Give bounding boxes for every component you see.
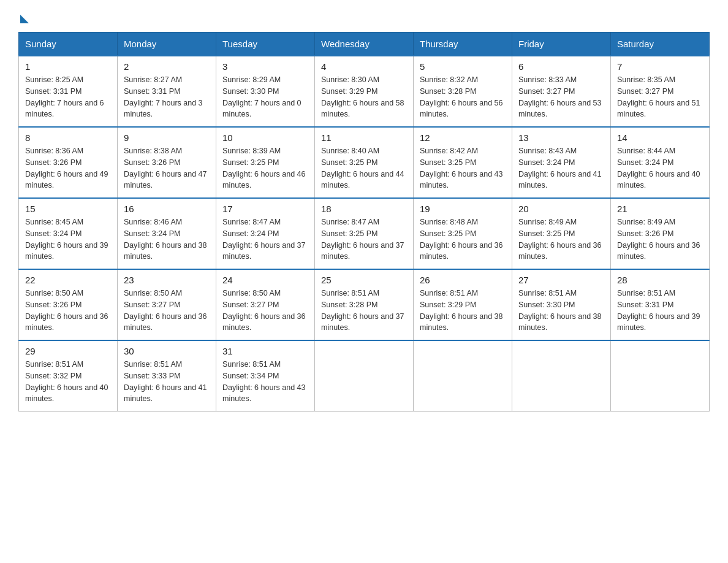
calendar-day-cell: 20 Sunrise: 8:49 AM Sunset: 3:25 PM Dayl… <box>512 198 611 269</box>
calendar-day-header: Tuesday <box>216 33 315 56</box>
calendar-day-cell: 13 Sunrise: 8:43 AM Sunset: 3:24 PM Dayl… <box>512 127 611 198</box>
calendar-day-cell: 15 Sunrise: 8:45 AM Sunset: 3:24 PM Dayl… <box>19 198 118 269</box>
calendar-week-row: 8 Sunrise: 8:36 AM Sunset: 3:26 PM Dayli… <box>19 127 710 198</box>
calendar-week-row: 15 Sunrise: 8:45 AM Sunset: 3:24 PM Dayl… <box>19 198 710 269</box>
day-number: 30 <box>124 346 210 356</box>
day-number: 16 <box>124 204 210 214</box>
day-info: Sunrise: 8:32 AM Sunset: 3:28 PM Dayligh… <box>420 74 506 120</box>
calendar-header-row: SundayMondayTuesdayWednesdayThursdayFrid… <box>19 33 710 56</box>
calendar-day-cell: 9 Sunrise: 8:38 AM Sunset: 3:26 PM Dayli… <box>118 127 216 198</box>
calendar-week-row: 22 Sunrise: 8:50 AM Sunset: 3:26 PM Dayl… <box>19 269 710 340</box>
day-number: 5 <box>420 61 506 72</box>
calendar-day-cell: 12 Sunrise: 8:42 AM Sunset: 3:25 PM Dayl… <box>414 127 512 198</box>
day-info: Sunrise: 8:51 AM Sunset: 3:29 PM Dayligh… <box>420 288 506 334</box>
calendar-day-cell: 26 Sunrise: 8:51 AM Sunset: 3:29 PM Dayl… <box>414 269 512 340</box>
calendar-table: SundayMondayTuesdayWednesdayThursdayFrid… <box>18 32 710 412</box>
day-info: Sunrise: 8:51 AM Sunset: 3:30 PM Dayligh… <box>518 288 604 334</box>
day-number: 7 <box>617 61 703 72</box>
day-info: Sunrise: 8:27 AM Sunset: 3:31 PM Dayligh… <box>124 74 210 120</box>
calendar-day-cell: 27 Sunrise: 8:51 AM Sunset: 3:30 PM Dayl… <box>512 269 611 340</box>
calendar-day-header: Friday <box>512 33 611 56</box>
day-number: 31 <box>222 346 308 356</box>
day-info: Sunrise: 8:35 AM Sunset: 3:27 PM Dayligh… <box>617 74 703 120</box>
calendar-day-cell: 19 Sunrise: 8:48 AM Sunset: 3:25 PM Dayl… <box>414 198 512 269</box>
calendar-day-cell: 4 Sunrise: 8:30 AM Sunset: 3:29 PM Dayli… <box>315 56 414 127</box>
day-info: Sunrise: 8:30 AM Sunset: 3:29 PM Dayligh… <box>321 74 407 120</box>
day-number: 10 <box>222 132 308 143</box>
day-info: Sunrise: 8:48 AM Sunset: 3:25 PM Dayligh… <box>420 216 506 262</box>
day-number: 21 <box>617 204 703 214</box>
day-info: Sunrise: 8:38 AM Sunset: 3:26 PM Dayligh… <box>124 145 210 191</box>
calendar-day-cell <box>611 340 710 412</box>
day-info: Sunrise: 8:51 AM Sunset: 3:32 PM Dayligh… <box>25 359 111 405</box>
calendar-day-cell: 31 Sunrise: 8:51 AM Sunset: 3:34 PM Dayl… <box>216 340 315 412</box>
day-info: Sunrise: 8:51 AM Sunset: 3:34 PM Dayligh… <box>222 359 308 405</box>
day-info: Sunrise: 8:25 AM Sunset: 3:31 PM Dayligh… <box>25 74 111 120</box>
day-number: 25 <box>321 275 407 285</box>
logo-arrow-icon <box>20 15 29 23</box>
day-info: Sunrise: 8:51 AM Sunset: 3:28 PM Dayligh… <box>321 288 407 334</box>
day-info: Sunrise: 8:46 AM Sunset: 3:24 PM Dayligh… <box>124 216 210 262</box>
day-info: Sunrise: 8:50 AM Sunset: 3:27 PM Dayligh… <box>222 288 308 334</box>
calendar-day-cell: 17 Sunrise: 8:47 AM Sunset: 3:24 PM Dayl… <box>216 198 315 269</box>
calendar-day-cell: 30 Sunrise: 8:51 AM Sunset: 3:33 PM Dayl… <box>118 340 216 412</box>
calendar-day-cell: 6 Sunrise: 8:33 AM Sunset: 3:27 PM Dayli… <box>512 56 611 127</box>
calendar-day-header: Saturday <box>611 33 710 56</box>
day-number: 18 <box>321 204 407 214</box>
calendar-day-cell <box>414 340 512 412</box>
calendar-day-cell <box>512 340 611 412</box>
day-info: Sunrise: 8:50 AM Sunset: 3:26 PM Dayligh… <box>25 288 111 334</box>
day-number: 4 <box>321 61 407 72</box>
day-info: Sunrise: 8:43 AM Sunset: 3:24 PM Dayligh… <box>518 145 604 191</box>
calendar-day-cell: 28 Sunrise: 8:51 AM Sunset: 3:31 PM Dayl… <box>611 269 710 340</box>
calendar-day-cell: 11 Sunrise: 8:40 AM Sunset: 3:25 PM Dayl… <box>315 127 414 198</box>
calendar-day-header: Wednesday <box>315 33 414 56</box>
day-number: 20 <box>518 204 604 214</box>
day-info: Sunrise: 8:49 AM Sunset: 3:26 PM Dayligh… <box>617 216 703 262</box>
day-number: 19 <box>420 204 506 214</box>
day-number: 1 <box>25 61 111 72</box>
day-info: Sunrise: 8:42 AM Sunset: 3:25 PM Dayligh… <box>420 145 506 191</box>
calendar-day-cell: 5 Sunrise: 8:32 AM Sunset: 3:28 PM Dayli… <box>414 56 512 127</box>
page-header <box>18 12 710 21</box>
calendar-day-cell: 16 Sunrise: 8:46 AM Sunset: 3:24 PM Dayl… <box>118 198 216 269</box>
day-number: 11 <box>321 132 407 143</box>
calendar-day-header: Thursday <box>414 33 512 56</box>
calendar-day-cell: 2 Sunrise: 8:27 AM Sunset: 3:31 PM Dayli… <box>118 56 216 127</box>
day-number: 13 <box>518 132 604 143</box>
calendar-day-cell: 21 Sunrise: 8:49 AM Sunset: 3:26 PM Dayl… <box>611 198 710 269</box>
day-info: Sunrise: 8:40 AM Sunset: 3:25 PM Dayligh… <box>321 145 407 191</box>
calendar-day-cell: 23 Sunrise: 8:50 AM Sunset: 3:27 PM Dayl… <box>118 269 216 340</box>
calendar-day-cell: 25 Sunrise: 8:51 AM Sunset: 3:28 PM Dayl… <box>315 269 414 340</box>
day-info: Sunrise: 8:39 AM Sunset: 3:25 PM Dayligh… <box>222 145 308 191</box>
calendar-day-header: Monday <box>118 33 216 56</box>
calendar-day-cell: 18 Sunrise: 8:47 AM Sunset: 3:25 PM Dayl… <box>315 198 414 269</box>
day-number: 15 <box>25 204 111 214</box>
day-number: 3 <box>222 61 308 72</box>
day-info: Sunrise: 8:51 AM Sunset: 3:31 PM Dayligh… <box>617 288 703 334</box>
day-info: Sunrise: 8:44 AM Sunset: 3:24 PM Dayligh… <box>617 145 703 191</box>
day-number: 24 <box>222 275 308 285</box>
day-info: Sunrise: 8:47 AM Sunset: 3:25 PM Dayligh… <box>321 216 407 262</box>
day-number: 17 <box>222 204 308 214</box>
day-number: 26 <box>420 275 506 285</box>
calendar-day-cell: 1 Sunrise: 8:25 AM Sunset: 3:31 PM Dayli… <box>19 56 118 127</box>
day-info: Sunrise: 8:49 AM Sunset: 3:25 PM Dayligh… <box>518 216 604 262</box>
day-info: Sunrise: 8:45 AM Sunset: 3:24 PM Dayligh… <box>25 216 111 262</box>
day-number: 12 <box>420 132 506 143</box>
day-info: Sunrise: 8:51 AM Sunset: 3:33 PM Dayligh… <box>124 359 210 405</box>
day-info: Sunrise: 8:36 AM Sunset: 3:26 PM Dayligh… <box>25 145 111 191</box>
calendar-day-cell: 8 Sunrise: 8:36 AM Sunset: 3:26 PM Dayli… <box>19 127 118 198</box>
calendar-week-row: 29 Sunrise: 8:51 AM Sunset: 3:32 PM Dayl… <box>19 340 710 412</box>
calendar-day-cell: 3 Sunrise: 8:29 AM Sunset: 3:30 PM Dayli… <box>216 56 315 127</box>
day-number: 29 <box>25 346 111 356</box>
calendar-day-cell <box>315 340 414 412</box>
day-number: 2 <box>124 61 210 72</box>
calendar-day-cell: 10 Sunrise: 8:39 AM Sunset: 3:25 PM Dayl… <box>216 127 315 198</box>
day-number: 6 <box>518 61 604 72</box>
day-info: Sunrise: 8:47 AM Sunset: 3:24 PM Dayligh… <box>222 216 308 262</box>
calendar-day-cell: 14 Sunrise: 8:44 AM Sunset: 3:24 PM Dayl… <box>611 127 710 198</box>
day-number: 27 <box>518 275 604 285</box>
calendar-week-row: 1 Sunrise: 8:25 AM Sunset: 3:31 PM Dayli… <box>19 56 710 127</box>
day-number: 28 <box>617 275 703 285</box>
